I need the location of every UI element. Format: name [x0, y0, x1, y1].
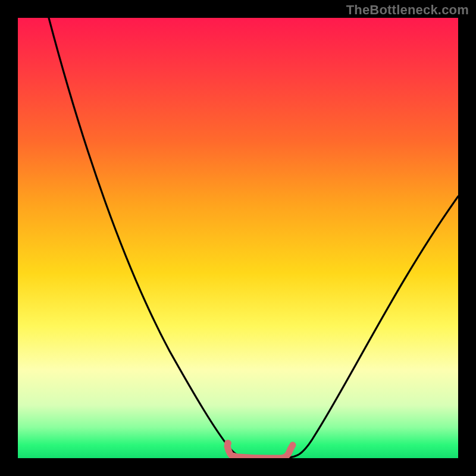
- bottleneck-curve: [49, 18, 458, 458]
- watermark-text: TheBottleneck.com: [346, 2, 469, 18]
- plot-area: [18, 18, 458, 458]
- curve-layer: [18, 18, 458, 458]
- chart-frame: TheBottleneck.com: [0, 0, 476, 476]
- optimal-range-dot-icon: [224, 440, 231, 447]
- optimal-range-squiggle: [227, 445, 293, 458]
